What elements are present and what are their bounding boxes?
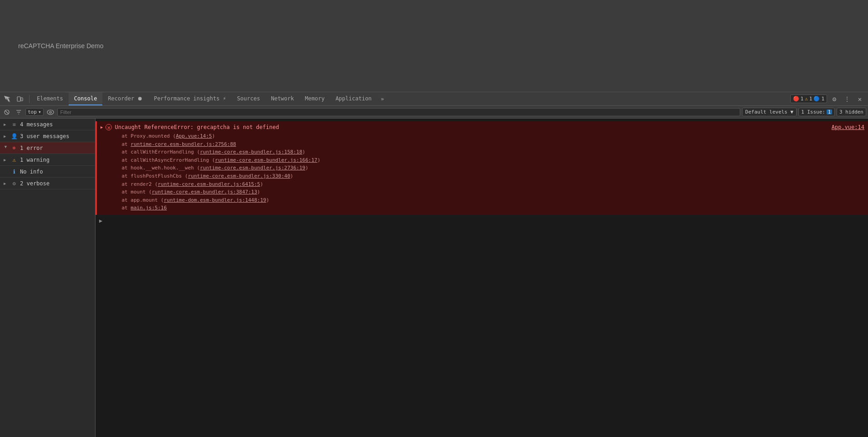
toolbar-icon-group <box>0 94 27 104</box>
hidden-badge[interactable]: 3 hidden <box>837 108 866 116</box>
error-label: 1 error <box>20 145 91 151</box>
svg-line-3 <box>5 111 8 114</box>
expand-arrow-messages: ▶ <box>4 122 8 127</box>
page-title: reCAPTCHA Enterprise Demo <box>18 42 104 50</box>
warning-triangle-icon: ⚠ <box>11 157 17 163</box>
tab-elements[interactable]: Elements <box>31 92 69 105</box>
stack-line-6: at render2 (runtime-core.esm-bundler.js:… <box>110 180 864 189</box>
filter-input[interactable] <box>57 108 741 116</box>
tab-application[interactable]: Application <box>330 92 377 105</box>
error-message-block: ▶ ✕ Uncaught ReferenceError: grecaptcha … <box>95 121 868 215</box>
stack-line-5: at flushPostFlushCbs (runtime-core.esm-b… <box>110 172 864 180</box>
tab-performance[interactable]: Performance insights ⚡ <box>148 92 231 105</box>
error-icon: ✕ <box>105 124 112 130</box>
tab-network[interactable]: Network <box>266 92 300 105</box>
stack-link-3[interactable]: runtime-core.esm-bundler.js:166:17 <box>215 157 317 163</box>
stack-line-0: at Proxy.mounted (App.vue:14:5) <box>110 132 864 140</box>
expand-arrow-error: ▶ <box>4 146 8 150</box>
sidebar-item-user-messages[interactable]: ▶ 👤 3 user messages <box>0 130 95 142</box>
stack-link-5[interactable]: runtime-core.esm-bundler.js:330:40 <box>188 173 290 179</box>
eye-icon[interactable] <box>45 107 55 117</box>
prompt-arrow-icon: ▶ <box>99 218 102 224</box>
user-messages-label: 3 user messages <box>20 133 91 139</box>
expand-arrow-user: ▶ <box>4 134 8 139</box>
context-selector[interactable]: top ▾ <box>25 108 44 116</box>
devtools-panel: Elements Console Recorder ⏺ Performance … <box>0 92 868 437</box>
sidebar-item-verbose[interactable]: ▶ ⚙ 2 verbose <box>0 178 95 189</box>
sidebar-item-info[interactable]: ▶ ℹ No info <box>0 166 95 178</box>
error-count-badge[interactable]: 🔴 1 ⚠ 1 🔵 1 <box>790 94 828 103</box>
inspect-element-icon[interactable] <box>2 94 13 104</box>
devtools-tabs: Elements Console Recorder ⏺ Performance … <box>31 92 388 105</box>
stack-line-4: at hook.__weh.hook.__weh (runtime-core.e… <box>110 164 864 172</box>
toolbar-separator <box>29 95 30 103</box>
stack-link-4[interactable]: runtime-core.esm-bundler.js:2736:19 <box>200 165 306 171</box>
error-header: ▶ ✕ Uncaught ReferenceError: grecaptcha … <box>100 123 864 131</box>
filter-icon[interactable] <box>14 107 24 117</box>
stack-line-7: at mount (runtime-core.esm-bundler.js:38… <box>110 188 864 196</box>
issue-badge[interactable]: 1 Issue: 1 <box>798 108 835 116</box>
tab-more[interactable]: » <box>377 92 387 105</box>
close-devtools-icon[interactable]: ✕ <box>854 94 865 104</box>
default-levels-button[interactable]: Default levels ▼ <box>742 108 797 116</box>
chevron-down-icon: ▾ <box>38 109 41 115</box>
verbose-label: 2 verbose <box>20 180 91 187</box>
stack-link-7[interactable]: runtime-core.esm-bundler.js:3847:13 <box>152 189 257 195</box>
stack-link-6[interactable]: runtime-core.esm-bundler.js:6415:5 <box>158 181 260 187</box>
error-circle-icon: ⊗ <box>11 145 17 151</box>
expand-arrow-warning: ▶ <box>4 158 8 162</box>
stack-trace: at Proxy.mounted (App.vue:14:5) at runti… <box>100 131 864 213</box>
stack-link-9[interactable]: main.js:5:16 <box>130 205 166 211</box>
gear-icon: ⚙ <box>11 180 17 187</box>
tab-sources[interactable]: Sources <box>231 92 266 105</box>
info-icon-small: 🔵 <box>813 96 820 102</box>
console-sidebar: ▶ ≡ 4 messages ▶ 👤 3 user messages ▶ ⊗ 1… <box>0 119 95 437</box>
stack-line-8: at app.mount (runtime-dom.esm-bundler.js… <box>110 196 864 204</box>
stack-line-9: at main.js:5:16 <box>110 204 864 212</box>
stack-link-0[interactable]: App.vue:14:5 <box>176 133 212 139</box>
console-secondary-toolbar: top ▾ Default levels ▼ 1 Issue: 1 3 hidd… <box>0 106 868 119</box>
sidebar-item-all-messages[interactable]: ▶ ≡ 4 messages <box>0 119 95 130</box>
expand-arrow-verbose: ▶ <box>4 181 8 186</box>
svg-rect-0 <box>17 97 20 101</box>
list-icon: ≡ <box>11 121 17 128</box>
stack-line-2: at callWithErrorHandling (runtime-core.e… <box>110 148 864 156</box>
warning-label: 1 warning <box>20 157 91 163</box>
stack-link-2[interactable]: runtime-core.esm-bundler.js:158:18 <box>200 149 302 155</box>
user-icon: 👤 <box>11 133 17 139</box>
sidebar-item-warning[interactable]: ▶ ⚠ 1 warning <box>0 154 95 166</box>
info-circle-icon: ℹ <box>11 169 17 175</box>
devtools-toolbar: Elements Console Recorder ⏺ Performance … <box>0 92 868 106</box>
info-label: No info <box>20 169 91 175</box>
warning-icon-small: ⚠ <box>805 96 808 102</box>
console-output: ▶ ✕ Uncaught ReferenceError: grecaptcha … <box>95 119 868 437</box>
console-body: ▶ ≡ 4 messages ▶ 👤 3 user messages ▶ ⊗ 1… <box>0 119 868 437</box>
tab-console[interactable]: Console <box>69 92 103 105</box>
tab-memory[interactable]: Memory <box>300 92 330 105</box>
stack-line-3: at callWithAsyncErrorHandling (runtime-c… <box>110 156 864 164</box>
toolbar-right-actions: 🔴 1 ⚠ 1 🔵 1 ⚙ ⋮ ✕ <box>790 94 868 104</box>
console-prompt[interactable]: ▶ <box>95 216 868 226</box>
stack-link-8[interactable]: runtime-dom.esm-bundler.js:1448:19 <box>164 197 266 203</box>
sidebar-item-error[interactable]: ▶ ⊗ 1 error <box>0 142 95 154</box>
customize-icon[interactable]: ⋮ <box>842 94 853 104</box>
error-expand-arrow[interactable]: ▶ <box>100 125 103 129</box>
error-icon-small: 🔴 <box>793 96 799 102</box>
error-message-text: Uncaught ReferenceError: grecaptcha is n… <box>115 124 828 130</box>
device-toolbar-icon[interactable] <box>15 94 25 104</box>
stack-line-1: at runtime-core.esm-bundler.js:2756:88 <box>110 140 864 149</box>
clear-console-icon[interactable] <box>2 107 12 117</box>
settings-icon[interactable]: ⚙ <box>829 94 840 104</box>
svg-rect-1 <box>21 98 23 101</box>
error-file-link[interactable]: App.vue:14 <box>832 124 864 130</box>
page-content: reCAPTCHA Enterprise Demo <box>0 0 868 92</box>
stack-link-1[interactable]: runtime-core.esm-bundler.js:2756:88 <box>130 141 236 147</box>
all-messages-label: 4 messages <box>20 121 91 128</box>
svg-point-8 <box>50 111 51 113</box>
issue-count-badge: 1 <box>827 109 832 114</box>
tab-recorder[interactable]: Recorder ⏺ <box>102 92 148 105</box>
svg-point-7 <box>47 110 54 114</box>
